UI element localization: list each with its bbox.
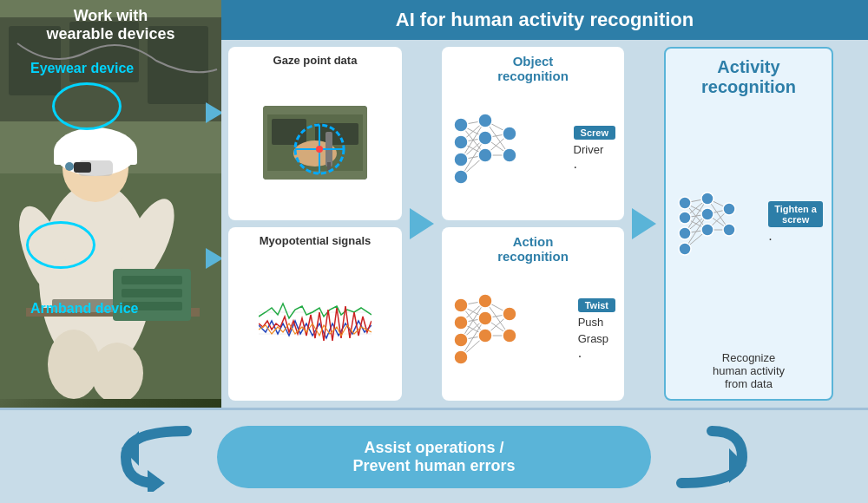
gaze-svg — [263, 106, 367, 180]
activity-title: Activity recognition — [701, 57, 796, 97]
svg-point-87 — [503, 307, 516, 321]
signal-box: Myopotential signals — [228, 227, 402, 401]
svg-point-7 — [48, 330, 100, 399]
left-curved-arrow-svg — [117, 422, 195, 492]
right-panel: AI for human activity recognition Gaze p… — [221, 0, 868, 408]
activity-column: Activity recognition — [664, 47, 833, 401]
svg-point-56 — [454, 153, 468, 167]
data-column: Gaze point data — [228, 47, 402, 401]
svg-rect-18 — [52, 299, 122, 312]
left-title: Work with wearable devices — [37, 0, 183, 48]
gaze-image — [263, 106, 367, 180]
object-recog-content: Screw Driver · — [450, 88, 615, 213]
svg-point-111 — [701, 208, 713, 220]
svg-point-110 — [701, 193, 713, 205]
svg-point-86 — [478, 329, 492, 343]
arrow-right-1 — [410, 208, 434, 239]
svg-point-107 — [679, 212, 691, 224]
svg-marker-115 — [148, 470, 165, 492]
svg-point-57 — [454, 170, 468, 184]
arrow-right-2 — [632, 208, 656, 239]
main-container: Work with wearable devices — [0, 0, 868, 503]
activity-content: Tighten a screw · — [674, 104, 823, 344]
object-nn-svg — [450, 112, 520, 190]
svg-point-109 — [679, 243, 691, 255]
gaze-title: Gaze point data — [235, 54, 395, 67]
tighten-badge: Tighten a screw — [768, 201, 823, 227]
svg-point-88 — [503, 329, 516, 343]
svg-point-83 — [454, 350, 468, 364]
activity-nn-svg — [674, 190, 740, 259]
object-recog-items: Screw Driver · — [574, 126, 615, 175]
armband-arrow — [206, 248, 221, 269]
svg-point-81 — [454, 316, 468, 330]
screw-badge: Screw — [574, 126, 615, 140]
signal-title: Myopotential signals — [235, 234, 395, 247]
svg-point-62 — [503, 148, 516, 162]
object-recognition-title: Object recognition — [450, 54, 615, 83]
svg-point-33 — [316, 146, 323, 153]
action-recog-items: Twist Push Grasp · — [578, 298, 615, 364]
svg-point-55 — [454, 135, 468, 149]
svg-point-16 — [65, 162, 74, 171]
svg-point-84 — [478, 294, 492, 308]
worker-background — [0, 0, 221, 408]
ai-header: AI for human activity recognition — [221, 0, 868, 40]
right-arrow-container — [668, 422, 755, 492]
svg-point-54 — [454, 118, 468, 132]
armband-circle-annotation — [26, 221, 95, 269]
svg-point-60 — [478, 148, 492, 162]
svg-point-106 — [679, 197, 691, 209]
recognition-column: Object recognition — [442, 47, 624, 401]
svg-point-80 — [454, 298, 468, 312]
right-content: Gaze point data — [221, 40, 868, 408]
activity-box: Activity recognition — [664, 47, 833, 401]
svg-point-85 — [478, 311, 492, 325]
svg-point-59 — [478, 131, 492, 145]
bottom-box: Assist operations / Prevent human errors — [217, 426, 651, 488]
svg-point-61 — [503, 127, 516, 140]
activity-dots: · — [768, 232, 772, 247]
right-curved-arrow-svg — [673, 422, 751, 492]
signal-visual — [235, 252, 395, 394]
signal-svg — [259, 291, 372, 356]
grasp-item: Grasp — [578, 332, 608, 345]
object-recognition-box: Object recognition — [442, 47, 624, 220]
object-dots: · — [574, 160, 577, 175]
left-arrow-container — [113, 422, 200, 492]
action-nn-svg — [450, 292, 520, 370]
activity-items: Tighten a screw · — [768, 201, 823, 247]
push-item: Push — [578, 316, 604, 329]
svg-rect-22 — [122, 302, 182, 310]
bottom-section: Assist operations / Prevent human errors — [0, 408, 868, 503]
action-recognition-title: Action recognition — [450, 234, 615, 264]
top-section: Work with wearable devices — [0, 0, 868, 408]
action-dots: · — [578, 349, 582, 364]
svg-point-108 — [679, 227, 691, 239]
svg-rect-15 — [74, 162, 91, 173]
svg-point-112 — [701, 224, 713, 236]
gaze-box: Gaze point data — [228, 47, 402, 220]
svg-rect-20 — [122, 276, 182, 284]
eyewear-arrow — [206, 102, 221, 123]
left-panel: Work with wearable devices — [0, 0, 221, 408]
eyewear-circle-annotation — [52, 82, 122, 130]
svg-point-58 — [478, 114, 492, 127]
activity-description: Recognize human activity from data — [713, 351, 785, 390]
svg-point-82 — [454, 333, 468, 347]
action-recog-content: Twist Push Grasp · — [450, 268, 615, 394]
twist-badge: Twist — [578, 298, 615, 312]
driver-item: Driver — [574, 143, 604, 156]
svg-point-114 — [723, 224, 735, 236]
action-recognition-box: Action recognition — [442, 227, 624, 401]
background-svg — [0, 0, 221, 399]
gaze-visual — [235, 71, 395, 213]
arrow-2 — [631, 47, 657, 401]
svg-point-113 — [723, 203, 735, 215]
arrow-1 — [409, 47, 435, 401]
svg-rect-21 — [122, 289, 182, 297]
